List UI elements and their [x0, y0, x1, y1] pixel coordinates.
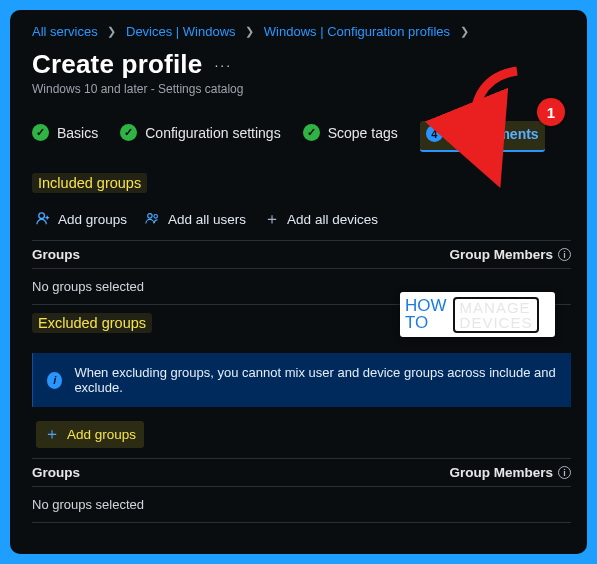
add-all-users-button[interactable]: Add all users [145, 209, 246, 230]
step-label: Scope tags [328, 125, 398, 141]
chevron-right-icon: ❯ [107, 25, 116, 37]
watermark-text: DEVICES [460, 315, 533, 330]
check-icon: ✓ [32, 124, 49, 141]
more-actions-button[interactable]: ··· [214, 57, 232, 73]
step-label: Configuration settings [145, 125, 280, 141]
step-label: Assignments [451, 126, 539, 142]
step-basics[interactable]: ✓ Basics [32, 124, 98, 149]
included-actions: Add groups Add all users ＋ Add all devic… [36, 209, 571, 230]
watermark-text: MANAGE [460, 300, 533, 315]
add-groups-button[interactable]: ＋ Add groups [36, 421, 144, 448]
svg-point-0 [39, 212, 45, 218]
annotation-badge: 1 [537, 98, 565, 126]
person-add-icon [36, 211, 51, 229]
svg-point-1 [148, 213, 152, 217]
banner-text: When excluding groups, you cannot mix us… [74, 365, 557, 395]
wizard-steps: ✓ Basics ✓ Configuration settings ✓ Scop… [32, 121, 571, 153]
excluded-empty-row: No groups selected [32, 487, 571, 523]
step-assignments[interactable]: 4 Assignments [420, 121, 545, 152]
excluded-actions: ＋ Add groups [36, 421, 571, 448]
page-title: Create profile [32, 49, 202, 80]
breadcrumb-link-profiles[interactable]: Windows | Configuration profiles [264, 24, 450, 39]
step-label: Basics [57, 125, 98, 141]
info-icon[interactable]: i [558, 248, 571, 261]
included-groups-heading: Included groups [32, 173, 147, 193]
included-table-header: Groups Group Members i [32, 240, 571, 269]
people-icon [145, 211, 161, 229]
check-icon: ✓ [303, 124, 320, 141]
watermark-text: TO [405, 315, 447, 331]
info-banner: i When excluding groups, you cannot mix … [32, 353, 571, 407]
step-number-icon: 4 [426, 125, 443, 142]
svg-point-2 [154, 214, 158, 218]
column-members: Group Members [449, 247, 553, 262]
chevron-right-icon: ❯ [245, 25, 254, 37]
check-icon: ✓ [120, 124, 137, 141]
page-subtitle: Windows 10 and later - Settings catalog [32, 82, 571, 96]
breadcrumb-link-devices[interactable]: Devices | Windows [126, 24, 236, 39]
column-groups: Groups [32, 465, 80, 480]
add-groups-button[interactable]: Add groups [36, 209, 127, 230]
watermark-logo: HOW TO MANAGE DEVICES [400, 292, 555, 337]
column-members: Group Members [449, 465, 553, 480]
info-icon[interactable]: i [558, 466, 571, 479]
breadcrumb: All services ❯ Devices | Windows ❯ Windo… [32, 24, 571, 39]
chevron-right-icon: ❯ [460, 25, 469, 37]
action-label: Add groups [67, 427, 136, 442]
step-configuration[interactable]: ✓ Configuration settings [120, 124, 280, 149]
excluded-groups-heading: Excluded groups [32, 313, 152, 333]
action-label: Add all users [168, 212, 246, 227]
action-label: Add all devices [287, 212, 378, 227]
info-icon: i [47, 372, 62, 389]
excluded-table-header: Groups Group Members i [32, 458, 571, 487]
breadcrumb-link-services[interactable]: All services [32, 24, 98, 39]
step-scope-tags[interactable]: ✓ Scope tags [303, 124, 398, 149]
column-groups: Groups [32, 247, 80, 262]
action-label: Add groups [58, 212, 127, 227]
add-all-devices-button[interactable]: ＋ Add all devices [264, 209, 378, 230]
app-frame: All services ❯ Devices | Windows ❯ Windo… [10, 10, 587, 554]
plus-icon: ＋ [264, 209, 280, 230]
plus-icon: ＋ [44, 424, 60, 445]
